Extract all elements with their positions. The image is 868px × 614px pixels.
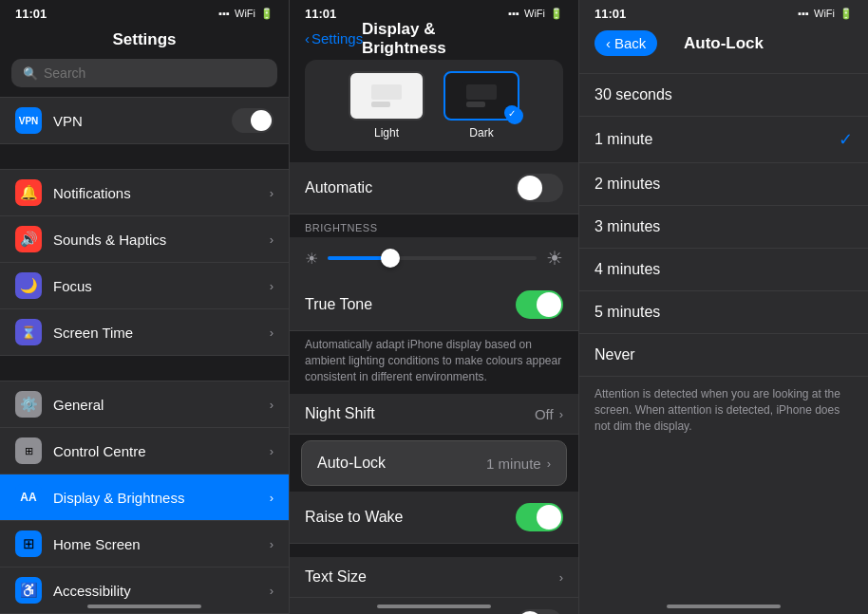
auto-lock-row[interactable]: Auto-Lock 1 minute › <box>301 440 567 486</box>
search-bar[interactable]: 🔍 <box>11 59 277 87</box>
true-tone-label: True Tone <box>305 296 516 313</box>
back-button-3[interactable]: ‹ Back <box>594 30 657 56</box>
settings-item-screen-time[interactable]: ⌛ Screen Time › <box>0 309 289 356</box>
bold-text-toggle[interactable] <box>516 609 563 614</box>
text-size-row[interactable]: Text Size › <box>290 557 578 598</box>
settings-item-display[interactable]: AA Display & Brightness › <box>0 474 289 521</box>
back-label-3: Back <box>614 35 646 51</box>
appearance-dark[interactable]: ✓ Dark <box>443 71 519 140</box>
true-tone-toggle[interactable] <box>516 290 563 319</box>
automatic-row: Automatic <box>290 162 578 214</box>
notifications-label: Notifications <box>53 185 270 201</box>
settings-item-sounds[interactable]: 🔊 Sounds & Haptics › <box>0 216 289 263</box>
back-chevron-2: ‹ <box>305 30 310 47</box>
brightness-section-label: BRIGHTNESS <box>290 214 578 237</box>
screen-time-icon: ⌛ <box>15 319 42 345</box>
night-shift-label: Night Shift <box>305 405 535 422</box>
notifications-chevron: › <box>270 186 274 200</box>
dark-selected-check: ✓ <box>506 107 523 124</box>
control-centre-icon: ⊞ <box>15 437 42 464</box>
dark-circle: ✓ <box>443 71 519 121</box>
wifi-icon-2: WiFi <box>524 8 545 19</box>
vpn-toggle[interactable] <box>232 108 274 133</box>
screen-time-label: Screen Time <box>53 325 270 341</box>
option-never[interactable]: Never <box>579 334 868 377</box>
brightness-slider[interactable] <box>328 256 537 260</box>
status-time-3: 11:01 <box>594 7 626 21</box>
status-bar-3: 11:01 ▪▪▪ WiFi 🔋 <box>579 0 868 27</box>
accessibility-chevron: › <box>270 584 274 598</box>
settings-group-vpn: VPN VPN <box>0 97 289 144</box>
sounds-chevron: › <box>270 233 274 247</box>
night-shift-row[interactable]: Night Shift Off › <box>290 394 578 435</box>
vpn-label: VPN <box>53 113 232 129</box>
general-icon: ⚙️ <box>15 391 42 418</box>
raise-to-wake-label: Raise to Wake <box>305 509 516 526</box>
display-brightness-panel: 11:01 ▪▪▪ WiFi 🔋 ‹ Settings Display & Br… <box>290 0 579 614</box>
true-tone-desc: Automatically adapt iPhone display based… <box>290 331 578 394</box>
vpn-icon: VPN <box>15 107 42 134</box>
appearance-light[interactable]: Light <box>349 71 425 140</box>
control-centre-chevron: › <box>270 444 274 458</box>
back-button-2[interactable]: ‹ Settings <box>305 30 363 47</box>
home-indicator-1 <box>87 605 201 608</box>
signal-icon-2: ▪▪▪ <box>508 8 519 19</box>
text-size-label: Text Size <box>305 568 559 586</box>
light-label: Light <box>374 126 399 140</box>
brightness-thumb[interactable] <box>381 249 400 268</box>
night-shift-value: Off <box>535 406 554 422</box>
settings-item-control-centre[interactable]: ⊞ Control Centre › <box>0 428 289 474</box>
svg-rect-4 <box>466 84 497 100</box>
settings-title: Settings <box>0 27 289 59</box>
auto-lock-title: Auto-Lock <box>684 34 764 53</box>
gap-3 <box>290 544 578 557</box>
settings-item-general[interactable]: ⚙️ General › <box>0 381 289 428</box>
battery-icon-3: 🔋 <box>840 8 853 20</box>
search-input[interactable] <box>44 65 266 81</box>
settings-item-focus[interactable]: 🌙 Focus › <box>0 263 289 309</box>
option-5min-label: 5 minutes <box>594 304 853 321</box>
svg-rect-2 <box>371 102 390 107</box>
screen-time-chevron: › <box>270 326 274 340</box>
settings-item-vpn[interactable]: VPN VPN <box>0 97 289 144</box>
back-chevron-3: ‹ <box>606 35 611 51</box>
notifications-icon: 🔔 <box>15 179 42 206</box>
true-tone-row: True Tone <box>290 279 578 331</box>
option-5min[interactable]: 5 minutes <box>579 291 868 334</box>
auto-lock-panel: 11:01 ▪▪▪ WiFi 🔋 ‹ Back Auto-Lock 30 sec… <box>579 0 868 614</box>
status-icons-3: ▪▪▪ WiFi 🔋 <box>798 8 853 20</box>
battery-icon: 🔋 <box>260 8 274 20</box>
home-indicator-2 <box>377 605 491 608</box>
auto-lock-value: 1 minute <box>486 456 541 472</box>
option-3min-label: 3 minutes <box>594 218 853 235</box>
option-1min-label: 1 minute <box>594 131 839 148</box>
raise-to-wake-toggle[interactable] <box>516 503 563 531</box>
option-4min-label: 4 minutes <box>594 261 853 278</box>
settings-item-home-screen[interactable]: ⊞ Home Screen › <box>0 521 289 567</box>
status-icons-1: ▪▪▪ WiFi 🔋 <box>218 8 274 20</box>
control-centre-label: Control Centre <box>53 443 270 459</box>
auto-lock-chevron: › <box>547 456 551 471</box>
option-2min[interactable]: 2 minutes <box>579 163 868 206</box>
settings-panel: 11:01 ▪▪▪ WiFi 🔋 Settings 🔍 VPN VPN 🔔 No… <box>0 0 290 614</box>
battery-icon-2: 🔋 <box>550 8 563 20</box>
search-icon: 🔍 <box>23 66 38 81</box>
night-shift-chevron: › <box>559 407 563 421</box>
automatic-toggle[interactable] <box>516 174 563 202</box>
option-4min[interactable]: 4 minutes <box>579 249 868 291</box>
home-screen-icon: ⊞ <box>15 530 42 557</box>
svg-rect-5 <box>466 102 485 107</box>
option-1min[interactable]: 1 minute ✓ <box>579 117 868 163</box>
option-30sec[interactable]: 30 seconds <box>579 73 868 117</box>
display-label: Display & Brightness <box>53 490 270 506</box>
option-3min[interactable]: 3 minutes <box>579 206 868 249</box>
focus-icon: 🌙 <box>15 272 42 299</box>
accessibility-label: Accessibility <box>53 583 270 599</box>
option-30sec-label: 30 seconds <box>594 86 853 103</box>
auto-lock-options-list: 30 seconds 1 minute ✓ 2 minutes 3 minute… <box>579 73 868 377</box>
settings-item-notifications[interactable]: 🔔 Notifications › <box>0 169 289 216</box>
option-1min-checkmark: ✓ <box>839 129 853 150</box>
focus-chevron: › <box>270 279 274 293</box>
status-time-2: 11:01 <box>305 7 336 21</box>
sun-dim-icon: ☀ <box>305 250 318 268</box>
